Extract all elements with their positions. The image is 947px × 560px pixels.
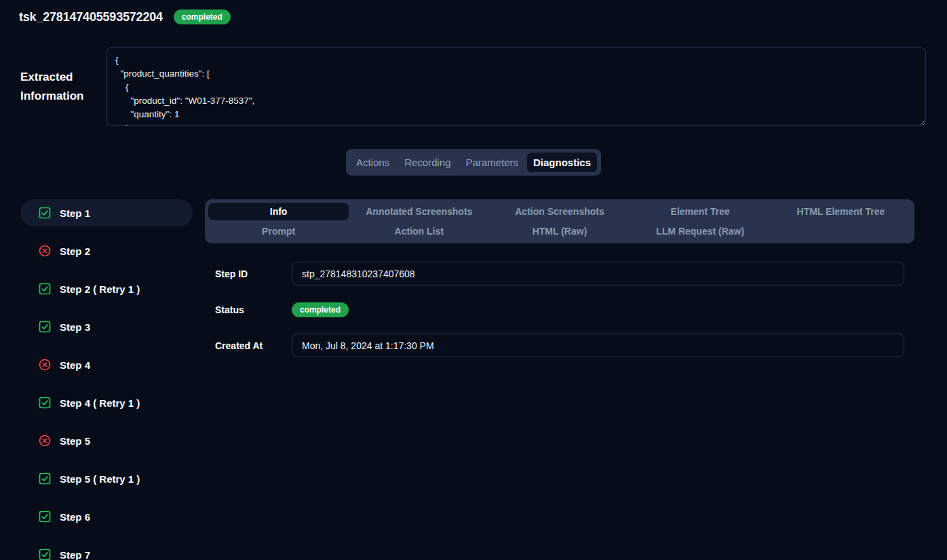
step-item-2-retry-1[interactable]: Step 2 ( Retry 1 ) <box>20 275 193 302</box>
check-square-icon <box>38 548 52 560</box>
content-area: Step 1 Step 2 Step 2 ( Retry 1 ) Step 3 … <box>0 199 947 560</box>
check-square-icon <box>38 206 52 220</box>
step-id-label: Step ID <box>205 268 292 279</box>
step-info-form: Step ID Status completed Created At <box>205 262 914 357</box>
step-item-2[interactable]: Step 2 <box>20 237 193 264</box>
tab-actions[interactable]: Actions <box>350 153 395 172</box>
tab-info[interactable]: Info <box>208 203 349 220</box>
steps-sidebar: Step 1 Step 2 Step 2 ( Retry 1 ) Step 3 … <box>20 199 193 560</box>
tab-action-screenshots[interactable]: Action Screenshots <box>489 203 630 220</box>
created-at-row: Created At <box>205 334 914 357</box>
tab-action-list[interactable]: Action List <box>349 222 489 240</box>
tab-element-tree[interactable]: Element Tree <box>630 203 771 220</box>
check-square-icon <box>38 282 52 296</box>
diagnostics-tab-bar: Info Annotated Screenshots Action Screen… <box>205 199 914 243</box>
tab-prompt[interactable]: Prompt <box>208 222 349 240</box>
main-tabs-wrap: Actions Recording Parameters Diagnostics <box>0 149 947 176</box>
check-square-icon <box>38 320 52 334</box>
main-tab-bar: Actions Recording Parameters Diagnostics <box>346 149 601 176</box>
check-square-icon <box>38 472 52 485</box>
tab-parameters[interactable]: Parameters <box>460 153 525 172</box>
tab-html-element-tree[interactable]: HTML Element Tree <box>771 203 911 220</box>
step-item-label: Step 5 <box>60 435 90 447</box>
step-item-5-retry-1[interactable]: Step 5 ( Retry 1 ) <box>20 465 193 492</box>
created-at-input[interactable] <box>292 334 904 357</box>
check-square-icon <box>38 510 52 523</box>
step-item-6[interactable]: Step 6 <box>20 503 193 530</box>
step-item-4-retry-1[interactable]: Step 4 ( Retry 1 ) <box>20 389 193 416</box>
tab-html-raw[interactable]: HTML (Raw) <box>489 222 630 240</box>
step-id-input[interactable] <box>292 262 904 285</box>
step-item-5[interactable]: Step 5 <box>20 427 193 454</box>
status-label: Status <box>205 304 292 315</box>
tab-annotated-screenshots[interactable]: Annotated Screenshots <box>349 203 489 220</box>
page-header: tsk_278147405593572204 completed <box>0 0 947 26</box>
step-item-label: Step 6 <box>60 511 90 523</box>
step-item-1[interactable]: Step 1 <box>20 199 193 226</box>
task-id-title: tsk_278147405593572204 <box>19 10 163 24</box>
extracted-information-label: Extracted Information <box>20 68 107 106</box>
tab-recording[interactable]: Recording <box>398 153 457 172</box>
diagnostics-panel: Info Annotated Screenshots Action Screen… <box>205 199 914 560</box>
step-item-label: Step 4 <box>60 359 90 371</box>
step-item-label: Step 2 <box>60 245 90 257</box>
step-item-label: Step 3 <box>60 321 90 333</box>
tab-llm-request-raw[interactable]: LLM Request (Raw) <box>630 222 771 240</box>
check-square-icon <box>38 396 52 409</box>
step-id-row: Step ID <box>205 262 914 285</box>
step-item-4[interactable]: Step 4 <box>20 351 193 378</box>
step-item-label: Step 2 ( Retry 1 ) <box>60 283 140 295</box>
step-status-badge: completed <box>292 302 349 317</box>
step-item-label: Step 4 ( Retry 1 ) <box>60 397 140 409</box>
extracted-information-textarea[interactable]: { "product_quantities": [ { "product_id"… <box>107 47 926 126</box>
step-item-label: Step 1 <box>60 207 90 219</box>
x-circle-icon <box>38 244 52 258</box>
task-status-badge: completed <box>174 9 231 24</box>
step-item-3[interactable]: Step 3 <box>20 313 193 340</box>
x-circle-icon <box>38 434 52 447</box>
tab-diagnostics[interactable]: Diagnostics <box>527 153 597 172</box>
step-item-label: Step 5 ( Retry 1 ) <box>60 473 140 485</box>
step-item-7[interactable]: Step 7 <box>20 541 193 560</box>
step-item-label: Step 7 <box>60 549 90 560</box>
extracted-information-section: Extracted Information { "product_quantit… <box>0 47 947 126</box>
created-at-label: Created At <box>205 340 292 351</box>
status-row: Status completed <box>205 298 914 321</box>
x-circle-icon <box>38 358 52 372</box>
